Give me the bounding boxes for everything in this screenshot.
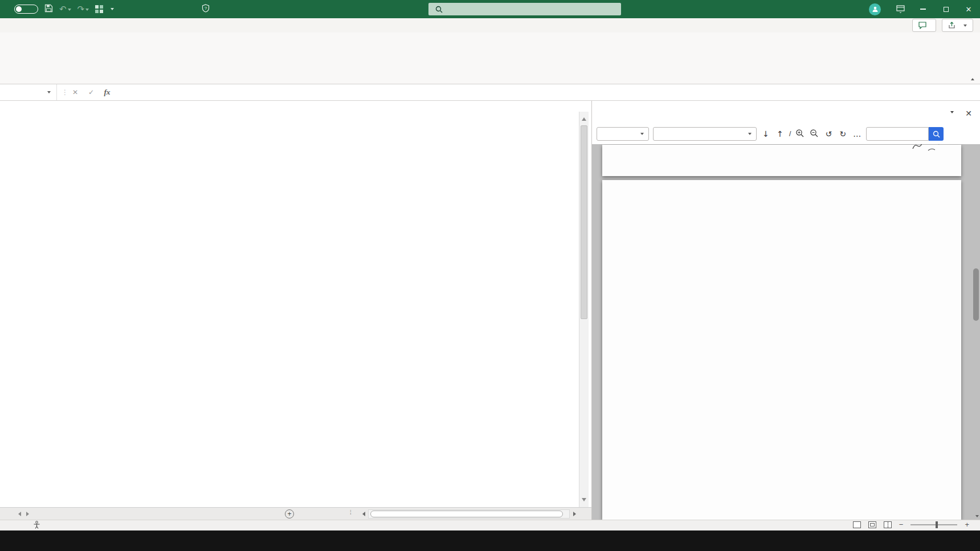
restore-button[interactable] — [934, 0, 957, 18]
svg-text:?: ? — [205, 6, 207, 11]
zoom-slider-thumb[interactable] — [936, 521, 938, 528]
viewer-toolbar: ↓ ↑ / ↺ ↻ … — [592, 125, 980, 143]
zoom-out-button[interactable]: − — [899, 521, 904, 529]
cancel-formula-icon[interactable]: ✕ — [70, 84, 81, 100]
pdf-scrollbar-thumb[interactable] — [973, 268, 979, 321]
zoom-slider[interactable] — [910, 524, 957, 525]
comments-button[interactable] — [912, 19, 936, 32]
customize-qat-icon[interactable] — [111, 8, 114, 10]
folders-dropdown[interactable] — [597, 127, 649, 141]
autosave-toggle[interactable] — [14, 5, 38, 14]
insert-function-icon[interactable]: fx — [101, 84, 113, 100]
redo-icon[interactable]: ↷ — [77, 5, 89, 14]
zoom-out-icon[interactable] — [809, 129, 819, 140]
close-button[interactable]: ✕ — [957, 0, 980, 18]
zoom-in-button[interactable]: + — [965, 521, 969, 529]
handwritten-initials — [911, 144, 944, 155]
hscroll-left-icon[interactable] — [360, 512, 365, 516]
share-icon — [948, 22, 956, 29]
windows-taskbar — [0, 530, 980, 551]
tabbar-resize-handle[interactable]: ⁞ — [350, 509, 352, 516]
enter-formula-icon[interactable]: ✓ — [85, 84, 97, 100]
pdf-viewport[interactable] — [592, 144, 980, 520]
rotate-right-icon[interactable]: ↻ — [838, 129, 848, 138]
prev-sheet-icon[interactable] — [16, 512, 21, 516]
next-sheet-icon[interactable] — [26, 512, 31, 516]
add-sheet-button[interactable]: + — [285, 509, 294, 519]
rotate-left-icon[interactable]: ↺ — [823, 129, 834, 138]
ribbon-datasnipper — [0, 32, 980, 84]
minimize-button[interactable] — [912, 0, 934, 18]
vertical-scrollbar-thumb[interactable] — [581, 125, 587, 319]
quick-access-toolbar: ↶ ↷ — [8, 0, 114, 18]
horizontal-scrollbar-thumb[interactable] — [370, 511, 563, 517]
title-bar: ↶ ↷ ? ✕ — [0, 0, 980, 18]
save-icon[interactable] — [44, 4, 53, 15]
pdf-scroll-down-icon[interactable] — [975, 515, 979, 517]
datasnipper-document-viewer-panel: ✕ ↓ ↑ / ↺ ↻ … — [591, 101, 980, 520]
ribbon-display-options-icon[interactable] — [889, 0, 912, 18]
prev-result-icon[interactable]: ↑ — [775, 129, 785, 138]
status-bar: − + — [0, 520, 980, 530]
sensitivity-shield-icon: ? — [202, 4, 210, 14]
name-box[interactable] — [0, 84, 57, 100]
search-box[interactable] — [428, 3, 621, 15]
window-title-area: ? — [198, 0, 214, 18]
more-options-icon[interactable]: … — [852, 129, 862, 138]
search-icon — [435, 6, 443, 13]
page-break-view-icon[interactable] — [884, 521, 892, 528]
sheet-tab-bar: + ⁞ — [0, 507, 591, 520]
document-dropdown[interactable] — [653, 127, 757, 141]
accessibility-icon — [33, 521, 40, 529]
ribbon-tab-bar — [0, 18, 980, 32]
accessibility-status[interactable] — [33, 521, 43, 529]
collapse-ribbon-icon[interactable] — [971, 78, 974, 80]
formula-bar: ⋮ ✕ ✓ fx — [0, 84, 980, 101]
undo-icon[interactable]: ↶ — [59, 5, 71, 14]
page-layout-view-icon[interactable] — [868, 521, 876, 528]
snip-grid-icon[interactable] — [95, 5, 103, 13]
pdf-page[interactable] — [602, 180, 961, 520]
share-button[interactable] — [942, 19, 973, 32]
pdf-previous-page-fragment — [602, 145, 961, 176]
panel-close-icon[interactable]: ✕ — [965, 109, 972, 118]
next-result-icon[interactable]: ↓ — [761, 129, 771, 138]
vertical-scrollbar[interactable] — [579, 112, 589, 507]
horizontal-scrollbar[interactable] — [368, 509, 570, 519]
search-icon — [933, 130, 940, 138]
normal-view-icon[interactable] — [853, 521, 861, 528]
worksheet-grid[interactable] — [0, 101, 591, 507]
hscroll-right-icon[interactable] — [573, 512, 578, 516]
doc-search-input[interactable] — [866, 127, 929, 141]
page-indicator[interactable]: / — [789, 130, 791, 138]
comment-icon — [918, 22, 926, 29]
excel-window: ↶ ↷ ? ✕ — [0, 0, 980, 551]
doc-search-button[interactable] — [929, 127, 944, 141]
panel-collapse-icon[interactable] — [950, 111, 954, 113]
avatar[interactable] — [869, 3, 881, 15]
zoom-in-icon[interactable] — [795, 129, 805, 140]
